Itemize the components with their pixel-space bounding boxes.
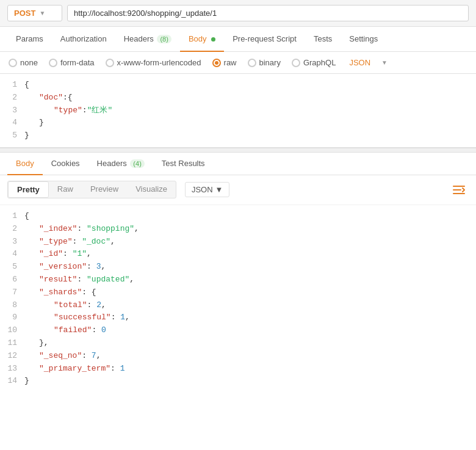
svg-rect-0 — [453, 186, 465, 187]
request-tab-nav: Params Authorization Headers (8) Body Pr… — [0, 27, 476, 52]
res-line-8: 8 "total": 2, — [0, 299, 476, 312]
res-line-2: 2 "_index": "shopping", — [0, 223, 476, 236]
res-line-5: 5 "_version": 3, — [0, 261, 476, 274]
tab-headers[interactable]: Headers (8) — [115, 27, 180, 52]
option-graphql[interactable]: GraphQL — [292, 58, 336, 67]
res-line-3: 3 "_type": "_doc", — [0, 236, 476, 249]
radio-binary — [248, 59, 256, 67]
tab-body[interactable]: Body — [180, 27, 224, 52]
res-line-4: 4 "_id": "1", — [0, 248, 476, 261]
res-line-14: 14 } — [0, 375, 476, 388]
option-binary[interactable]: binary — [248, 58, 281, 67]
req-line-5: 5 } — [0, 129, 476, 142]
response-type-chevron-icon: ▼ — [215, 185, 223, 194]
res-line-1: 1 { — [0, 210, 476, 223]
url-bar: POST ▼ — [0, 0, 476, 27]
req-line-3: 3 "type":"红米" — [0, 104, 476, 117]
tab-tests[interactable]: Tests — [305, 27, 341, 52]
response-code-editor: 1 { 2 "_index": "shopping", 3 "_type": "… — [0, 205, 476, 393]
json-dropdown-icon[interactable]: ▼ — [381, 59, 388, 66]
response-headers-badge: (4) — [130, 159, 144, 168]
format-group: Pretty Raw Preview Visualize — [7, 181, 176, 198]
req-line-4: 4 } — [0, 117, 476, 129]
res-line-7: 7 "_shards": { — [0, 286, 476, 299]
tab-params[interactable]: Params — [7, 27, 52, 52]
response-tab-nav: Body Cookies Headers (4) Test Results — [0, 153, 476, 175]
response-tab-body[interactable]: Body — [7, 153, 43, 175]
section-divider — [0, 148, 476, 153]
response-type-select[interactable]: JSON ▼ — [185, 182, 230, 197]
method-select[interactable]: POST ▼ — [7, 5, 62, 21]
json-type-label[interactable]: JSON — [349, 58, 370, 67]
req-line-1: 1 { — [0, 79, 476, 92]
url-input[interactable] — [67, 5, 469, 21]
option-raw[interactable]: raw — [212, 58, 237, 67]
method-label: POST — [14, 9, 35, 18]
res-line-6: 6 "result": "updated", — [0, 274, 476, 286]
format-pretty[interactable]: Pretty — [8, 181, 49, 198]
response-type-label: JSON — [192, 185, 213, 194]
tab-pre-request[interactable]: Pre-request Script — [224, 27, 305, 52]
option-urlencoded[interactable]: x-www-form-urlencoded — [106, 58, 201, 67]
option-binary-label: binary — [259, 58, 281, 67]
option-none-label: none — [20, 58, 38, 67]
radio-urlencoded — [106, 59, 114, 67]
radio-none — [9, 59, 17, 67]
option-graphql-label: GraphQL — [303, 58, 336, 67]
tab-authorization[interactable]: Authorization — [52, 27, 115, 52]
option-form-data-label: form-data — [60, 58, 95, 67]
wrap-icon[interactable] — [449, 180, 469, 200]
res-line-12: 12 "_seq_no": 7, — [0, 350, 476, 363]
response-tab-headers[interactable]: Headers (4) — [88, 153, 153, 175]
radio-raw — [212, 59, 221, 67]
radio-form-data — [49, 59, 57, 67]
res-line-13: 13 "_primary_term": 1 — [0, 363, 476, 376]
body-dot-icon — [211, 37, 215, 42]
response-format-bar: Pretty Raw Preview Visualize JSON ▼ — [0, 175, 476, 205]
option-urlencoded-label: x-www-form-urlencoded — [117, 58, 201, 67]
req-line-2: 2 "doc":{ — [0, 92, 476, 104]
svg-rect-1 — [453, 189, 461, 191]
response-tab-test-results[interactable]: Test Results — [153, 153, 214, 175]
option-none[interactable]: none — [9, 58, 38, 67]
headers-badge: (8) — [157, 35, 171, 43]
format-visualize[interactable]: Visualize — [127, 181, 176, 198]
option-form-data[interactable]: form-data — [49, 58, 95, 67]
res-line-10: 10 "failed": 0 — [0, 324, 476, 337]
res-line-9: 9 "successful": 1, — [0, 311, 476, 324]
svg-rect-2 — [453, 193, 465, 194]
tab-settings[interactable]: Settings — [341, 27, 386, 52]
format-raw[interactable]: Raw — [49, 181, 82, 198]
res-line-11: 11 }, — [0, 337, 476, 350]
body-options-row: none form-data x-www-form-urlencoded raw… — [0, 52, 476, 74]
request-code-editor: 1 { 2 "doc":{ 3 "type":"红米" 4 } 5 } — [0, 74, 476, 148]
response-tab-cookies[interactable]: Cookies — [43, 153, 88, 175]
method-chevron-icon: ▼ — [39, 10, 45, 16]
radio-graphql — [292, 59, 300, 67]
format-preview[interactable]: Preview — [82, 181, 127, 198]
option-raw-label: raw — [224, 58, 237, 67]
